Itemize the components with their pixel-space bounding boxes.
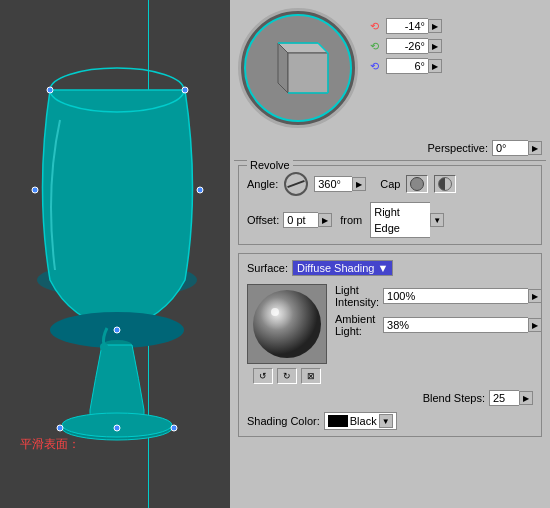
from-value: Right Edge — [370, 202, 430, 238]
cap-icon-2 — [438, 177, 452, 191]
status-text: 平滑表面： — [20, 436, 80, 453]
rot-z-row: ⟲ ▶ — [366, 58, 442, 74]
rot-y-row: ⟲ ▶ — [366, 38, 442, 54]
light-intensity-row: Light Intensity: ▶ — [335, 284, 542, 308]
blend-steps-field-group[interactable]: ▶ — [489, 390, 533, 406]
angle-row: Angle: ▶ Cap — [247, 172, 533, 196]
from-field-group[interactable]: Right Edge ▼ — [370, 202, 444, 238]
svg-point-13 — [171, 425, 177, 431]
perspective-arrow[interactable]: ▶ — [528, 141, 542, 155]
svg-point-9 — [197, 187, 203, 193]
blend-steps-input[interactable] — [489, 390, 519, 406]
svg-point-24 — [271, 308, 279, 316]
right-panel: ⟲ ▶ ⟲ ▶ ⟲ ▶ P — [230, 0, 550, 508]
perspective-row: Perspective: ▶ — [230, 136, 550, 160]
svg-point-8 — [32, 187, 38, 193]
offset-arrow[interactable]: ▶ — [318, 213, 332, 227]
from-label: from — [340, 214, 362, 226]
blend-steps-arrow[interactable]: ▶ — [519, 391, 533, 405]
cube-inner — [244, 14, 352, 122]
offset-label: Offset: — [247, 214, 279, 226]
angle-circle[interactable] — [284, 172, 308, 196]
angle-indicator-line — [287, 180, 305, 188]
revolve-section: Revolve Angle: ▶ Cap Offset: ▶ — [238, 165, 542, 245]
ambient-light-row: Ambient Light: ▶ — [335, 313, 542, 337]
rot-x-input[interactable] — [386, 18, 428, 34]
sphere-svg — [249, 286, 325, 362]
rot-x-field-group[interactable]: ▶ — [386, 18, 442, 34]
shading-color-label: Shading Color: — [247, 415, 320, 427]
surface-dropdown-arrow: ▼ — [377, 262, 388, 274]
rot-y-arrow[interactable]: ▶ — [428, 39, 442, 53]
cap-label: Cap — [380, 178, 400, 190]
offset-row: Offset: ▶ from Right Edge ▼ — [247, 202, 533, 238]
blend-steps-row: Blend Steps: ▶ — [247, 390, 533, 406]
rot-x-row: ⟲ ▶ — [366, 18, 442, 34]
cube-section: ⟲ ▶ ⟲ ▶ ⟲ ▶ — [230, 0, 550, 136]
svg-point-14 — [100, 343, 108, 351]
from-arrow[interactable]: ▼ — [430, 213, 444, 227]
rot-z-field-group[interactable]: ▶ — [386, 58, 442, 74]
rot-y-input[interactable] — [386, 38, 428, 54]
surface-value: Diffuse Shading — [297, 262, 374, 274]
shading-color-swatch — [328, 415, 348, 427]
viewport-panel: 平滑表面： — [0, 0, 230, 508]
surface-body: ↺ ↻ ⊠ Light Intensity: ▶ Ambient Light: — [247, 284, 533, 384]
offset-field-group[interactable]: ▶ — [283, 212, 332, 228]
sphere-preview — [247, 284, 327, 364]
sphere-btn-3[interactable]: ⊠ — [301, 368, 321, 384]
sphere-btn-2[interactable]: ↻ — [277, 368, 297, 384]
perspective-field-group[interactable]: ▶ — [492, 140, 542, 156]
ambient-light-arrow[interactable]: ▶ — [528, 318, 542, 332]
surface-header: Surface: Diffuse Shading ▼ — [247, 260, 533, 276]
svg-marker-18 — [288, 53, 328, 93]
surface-params: Light Intensity: ▶ Ambient Light: ▶ — [335, 284, 542, 384]
perspective-label: Perspective: — [427, 142, 488, 154]
cube-preview-svg — [258, 28, 338, 108]
sphere-btn-1[interactable]: ↺ — [253, 368, 273, 384]
cap-icon-1 — [410, 177, 424, 191]
sphere-preview-container: ↺ ↻ ⊠ — [247, 284, 327, 384]
revolve-section-label: Revolve — [247, 159, 293, 171]
blend-steps-label: Blend Steps: — [423, 392, 485, 404]
rot-z-arrow[interactable]: ▶ — [428, 59, 442, 73]
rot-y-icon: ⟲ — [366, 38, 382, 54]
ambient-light-input[interactable] — [383, 317, 528, 333]
light-intensity-label: Light Intensity: — [335, 284, 379, 308]
light-intensity-input[interactable] — [383, 288, 528, 304]
surface-label: Surface: — [247, 262, 288, 274]
angle-input[interactable] — [314, 176, 352, 192]
shading-color-value: Black — [350, 415, 377, 427]
viewport-bg: 平滑表面： — [0, 0, 230, 508]
ambient-light-field-group[interactable]: ▶ — [383, 317, 542, 333]
rot-z-input[interactable] — [386, 58, 428, 74]
shading-color-dropdown[interactable]: Black ▼ — [324, 412, 397, 430]
svg-point-11 — [114, 425, 120, 431]
ambient-light-label: Ambient Light: — [335, 313, 379, 337]
light-intensity-arrow[interactable]: ▶ — [528, 289, 542, 303]
svg-point-10 — [114, 327, 120, 333]
offset-input[interactable] — [283, 212, 318, 228]
surface-section: Surface: Diffuse Shading ▼ — [238, 253, 542, 437]
surface-dropdown[interactable]: Diffuse Shading ▼ — [292, 260, 393, 276]
cube-viewport — [238, 8, 358, 128]
rot-y-field-group[interactable]: ▶ — [386, 38, 442, 54]
angle-field-group[interactable]: ▶ — [314, 176, 366, 192]
svg-point-23 — [253, 290, 321, 358]
perspective-input[interactable] — [492, 140, 528, 156]
angle-label: Angle: — [247, 178, 278, 190]
glass-preview — [20, 10, 215, 450]
rotation-controls: ⟲ ▶ ⟲ ▶ ⟲ ▶ — [366, 8, 442, 74]
light-intensity-field-group[interactable]: ▶ — [383, 288, 542, 304]
rot-x-arrow[interactable]: ▶ — [428, 19, 442, 33]
cap-button-2[interactable] — [434, 175, 456, 193]
rot-z-icon: ⟲ — [366, 58, 382, 74]
angle-arrow[interactable]: ▶ — [352, 177, 366, 191]
sphere-controls: ↺ ↻ ⊠ — [247, 368, 327, 384]
cap-button-1[interactable] — [406, 175, 428, 193]
shading-color-row: Shading Color: Black ▼ — [247, 412, 533, 430]
svg-point-12 — [57, 425, 63, 431]
shading-color-arrow[interactable]: ▼ — [379, 414, 393, 428]
rot-x-icon: ⟲ — [366, 18, 382, 34]
